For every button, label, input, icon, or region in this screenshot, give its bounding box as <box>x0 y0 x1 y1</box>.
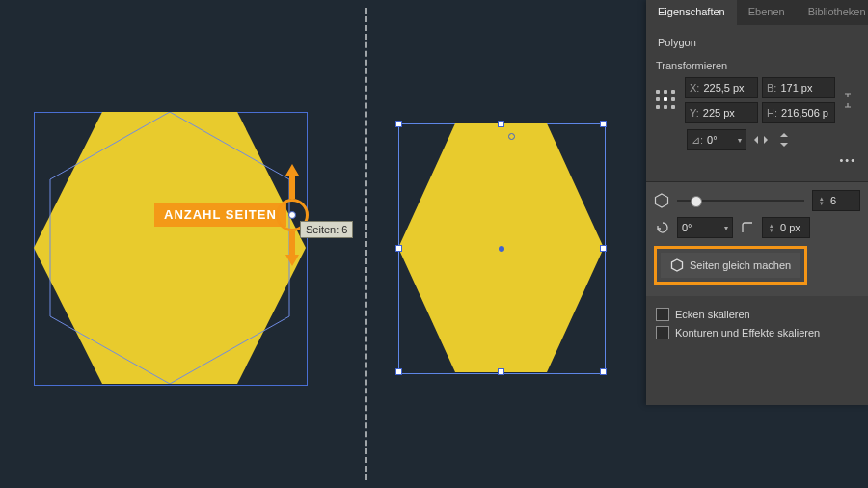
width-field[interactable]: B:171 px <box>762 77 835 98</box>
tab-properties[interactable]: Eigenschaften <box>646 0 737 25</box>
sides-count-field[interactable]: ▴▾ 6 <box>812 190 860 211</box>
selection-handle[interactable] <box>600 368 607 375</box>
height-field[interactable]: H:216,506 p <box>762 102 835 123</box>
selection-handle[interactable] <box>395 121 402 127</box>
tab-layers[interactable]: Ebenen <box>737 0 797 25</box>
rotate-field[interactable]: ⊿:0° ▾ <box>687 129 746 150</box>
comparison-divider <box>365 8 367 480</box>
w-value: 171 px <box>780 82 812 94</box>
x-value: 225,5 px <box>703 82 744 94</box>
panel-tabs: Eigenschaften Ebenen Bibliotheken <box>646 0 868 25</box>
drag-arrow-down-icon <box>285 231 299 266</box>
transform-heading: Transformieren <box>656 58 858 77</box>
canvas-area[interactable]: ANZAHL SEITEN Seiten: 6 <box>0 0 646 488</box>
svg-marker-3 <box>285 231 299 266</box>
svg-marker-5 <box>656 194 668 207</box>
svg-marker-0 <box>34 112 306 384</box>
h-value: 216,506 p <box>781 107 828 119</box>
annotation-highlight-box: Seiten gleich machen <box>654 246 807 285</box>
scale-corners-checkbox[interactable]: Ecken skalieren <box>656 308 858 321</box>
polygon-options-section: ▴▾ 6 0°▾ ▴▾ 0 px Seiten gleich machen <box>646 181 868 296</box>
tooltip-sides: Seiten: 6 <box>300 221 353 238</box>
sides-slider[interactable] <box>677 194 804 207</box>
polygon-icon <box>670 258 684 272</box>
selection-handle[interactable] <box>600 121 607 127</box>
properties-panel: Eigenschaften Ebenen Bibliotheken Polygo… <box>646 0 868 405</box>
rotate-icon <box>654 219 671 236</box>
drag-arrow-up-icon <box>285 164 299 199</box>
y-field[interactable]: Y:225 px <box>685 102 758 123</box>
shape-rotate-field[interactable]: 0°▾ <box>677 217 733 238</box>
x-field[interactable]: X:225,5 px <box>685 77 758 98</box>
selection-handle[interactable] <box>600 245 607 252</box>
more-options-icon[interactable]: ••• <box>656 150 858 166</box>
svg-marker-2 <box>285 164 299 199</box>
live-shape-widget[interactable] <box>508 133 515 140</box>
selection-handle[interactable] <box>395 368 402 375</box>
make-sides-equal-button[interactable]: Seiten gleich machen <box>661 253 800 278</box>
flip-vertical-icon[interactable] <box>775 131 793 149</box>
annotation-sides-label: ANZAHL SEITEN <box>154 203 286 227</box>
y-value: 225 px <box>703 107 735 119</box>
selection-handle[interactable] <box>498 368 504 375</box>
scale-strokes-checkbox[interactable]: Konturen und Effekte skalieren <box>656 326 858 339</box>
reference-point-selector[interactable] <box>656 90 677 111</box>
center-point[interactable] <box>499 246 504 252</box>
selection-handle[interactable] <box>395 245 402 252</box>
tab-libraries[interactable]: Bibliotheken <box>797 0 868 25</box>
lock-aspect-icon[interactable] <box>839 92 856 109</box>
selected-shape-name: Polygon <box>656 33 858 58</box>
flip-horizontal-icon[interactable] <box>752 131 770 149</box>
polygon-sides-icon <box>654 193 669 208</box>
svg-marker-6 <box>672 259 683 271</box>
corner-type-icon[interactable] <box>739 219 756 236</box>
corner-radius-field[interactable]: ▴▾ 0 px <box>762 217 810 238</box>
selection-handle[interactable] <box>498 121 504 127</box>
polygon-shape-left[interactable] <box>34 112 306 384</box>
